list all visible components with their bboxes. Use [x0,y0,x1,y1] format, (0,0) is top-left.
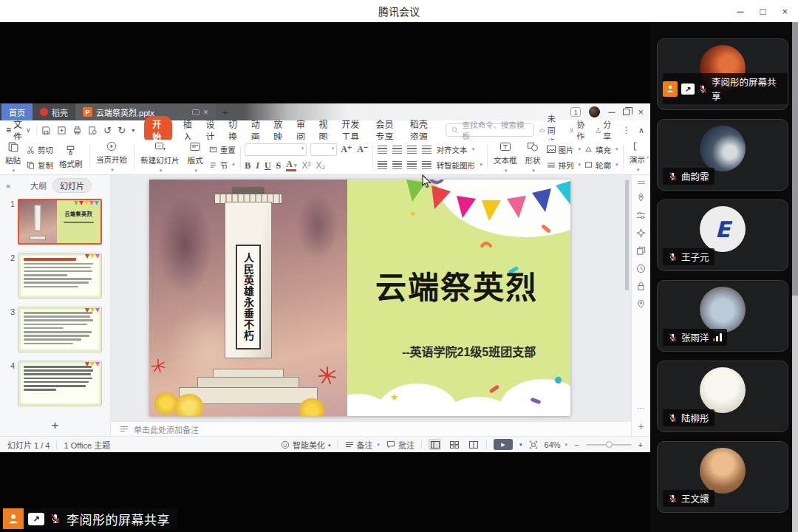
align-left-icon[interactable] [378,161,387,169]
command-search-input[interactable]: 查找命令、搜索模板 [446,123,535,137]
smart-beautify-button[interactable]: 智能美化 ▴ [281,439,331,451]
paste-button[interactable]: 粘贴 [3,141,23,174]
notes-bar[interactable]: 单击此处添加备注 [111,421,631,436]
save-icon[interactable] [41,126,51,135]
lock-icon[interactable] [636,282,646,291]
comment-button[interactable]: 批注 [386,439,415,451]
slideshow-play-button[interactable]: ▶ [494,439,513,450]
minimize-button[interactable]: ─ [737,6,743,17]
font-increase-button[interactable]: A⁺ [341,144,352,155]
redo-icon[interactable]: ↻ [117,125,126,136]
effects-star-icon[interactable] [636,228,646,238]
drag-handle-icon[interactable] [637,180,646,185]
format-painter-button[interactable]: 格式刷 [57,145,85,169]
present-tools-button[interactable]: 演示 [627,141,647,173]
fill-button[interactable]: 填充 [584,144,618,155]
add-slide-button[interactable]: + [0,415,110,436]
notes-toggle-button[interactable]: 备注 [345,439,381,451]
current-slide[interactable]: 人民英雄永垂不朽 [149,180,570,416]
textbox-button[interactable]: 文本框 [491,141,519,174]
collapse-ribbon-icon[interactable]: ∧ [638,126,644,135]
ribbon-tab-design[interactable]: 设计 [205,117,217,143]
underline-button[interactable]: U [265,160,271,171]
thumbnail-item-3[interactable]: 3 [0,307,110,361]
decrease-indent-icon[interactable] [407,146,417,154]
outline-tab[interactable]: 大纲 [30,180,47,191]
collapse-panel-button[interactable]: « [6,181,10,190]
ribbon-expand-icon[interactable]: › [647,153,649,161]
thumbnail-item-4[interactable]: 4 [0,361,110,415]
share-button[interactable]: 分享 [596,118,614,142]
thumbnail-slide-1[interactable]: 云端祭英烈 [18,199,102,245]
zoom-out-button[interactable]: − [574,440,579,449]
increase-indent-icon[interactable] [422,146,432,154]
history-clock-icon[interactable] [636,264,646,273]
slide-sorter-view-button[interactable] [448,439,460,450]
font-size-select[interactable] [310,143,337,156]
thumbnail-slide-2[interactable] [18,253,102,299]
strikethrough-button[interactable]: S [276,160,282,171]
preview-icon[interactable] [88,126,98,135]
settings-sliders-icon[interactable] [636,211,646,220]
ribbon-tab-transition[interactable]: 切换 [228,117,240,143]
ribbon-tab-slideshow[interactable]: 放映 [273,117,285,143]
reading-view-button[interactable] [467,439,480,450]
ribbon-tab-member[interactable]: 会员专享 [375,117,398,143]
picture-button[interactable]: 图片 [547,144,582,155]
subscript-button[interactable]: X₂ [316,160,325,171]
ribbon-tab-docer-res[interactable]: 稻壳资源 [410,117,433,143]
superscript-button[interactable]: X² [301,160,310,171]
ribbon-tab-insert[interactable]: 插入 [183,117,195,143]
more-tools-icon[interactable]: ⋯ [638,404,645,412]
align-text-button[interactable]: 对齐文本 [437,144,475,155]
fit-slide-icon[interactable] [529,440,538,449]
arrange-button[interactable]: 排列 [547,160,582,171]
ribbon-tab-review[interactable]: 审阅 [296,117,308,143]
participant-tile[interactable]: 张雨洋 [657,280,788,352]
undo-icon[interactable]: ↺ [103,125,112,136]
zoom-in-button[interactable]: + [638,440,643,449]
thumbnail-item-2[interactable]: 2 [0,253,110,307]
zoom-level[interactable]: 64% [545,440,568,449]
font-decrease-button[interactable]: A⁻ [357,144,368,155]
participant-tile[interactable]: E 王子元 [657,200,788,271]
slide-subtitle[interactable]: --英语学院21级5班团支部 [402,342,536,360]
thumbnail-item-1[interactable]: 1 云端祭英烈 [0,199,110,253]
export-icon[interactable] [57,126,66,135]
new-slide-button[interactable]: 新建幻灯片 [138,141,182,174]
bullet-list-icon[interactable] [378,146,387,154]
print-icon[interactable] [72,126,82,135]
maximize-button[interactable]: □ [760,6,766,17]
participant-tile[interactable]: ↗ 李阅彤的屏幕共享 [657,38,788,110]
participant-tile[interactable]: 曲韵霏 [657,119,788,191]
numbered-list-icon[interactable] [392,146,402,154]
participant-scrollbar-track[interactable] [792,22,798,532]
collaborate-button[interactable]: 协作 [569,118,587,142]
more-menu-icon[interactable]: ⋮ [622,126,630,135]
bold-button[interactable]: B [245,160,250,171]
outline-button[interactable]: 轮廓 [584,160,618,171]
participant-scrollbar-thumb[interactable] [792,22,798,296]
layers-icon[interactable] [636,246,646,256]
normal-view-button[interactable] [429,439,441,450]
quickbar-caret-icon[interactable]: ▾ [132,127,134,134]
font-color-button[interactable]: A [286,160,296,171]
ribbon-tab-view[interactable]: 视图 [319,117,331,143]
play-from-current-button[interactable]: 当页开始 [94,141,129,173]
location-pin-icon[interactable] [636,299,646,309]
canvas-scrollbar[interactable] [625,180,629,290]
justify-icon[interactable] [422,161,432,169]
theme-name[interactable]: 1 Office 主题 [64,439,110,451]
copy-button[interactable]: 复制 [27,160,53,171]
participant-tile[interactable]: 王文譞 [657,441,788,513]
participant-tile[interactable]: 陆柳彤 [657,361,788,432]
slide-title[interactable]: 云端祭英烈 [375,262,538,307]
cut-button[interactable]: 剪切 [27,144,53,155]
play-options-caret[interactable]: ▾ [519,442,522,448]
thumbnail-slide-3[interactable] [18,307,102,352]
align-center-icon[interactable] [392,161,402,169]
to-smartart-button[interactable]: 转智能图形 [437,160,482,171]
rocket-icon[interactable] [636,193,646,202]
ribbon-tab-devtools[interactable]: 开发工具 [341,117,364,143]
italic-button[interactable]: I [256,160,259,171]
